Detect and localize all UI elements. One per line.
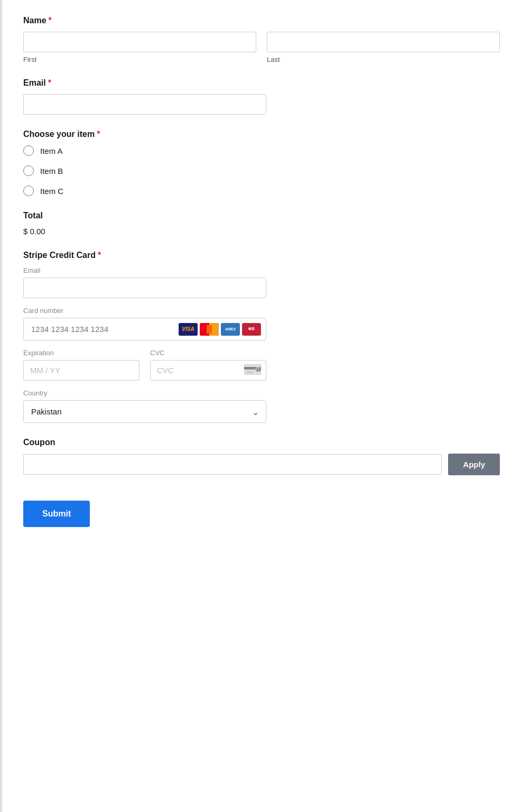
radio-label-c: Item C	[40, 187, 63, 196]
stripe-required: *	[98, 251, 101, 260]
email-label-text: Email	[23, 78, 46, 88]
country-wrapper: Pakistan United States United Kingdom In…	[23, 400, 266, 423]
card-number-wrapper: VISA AMEX 银联	[23, 318, 266, 340]
name-row: First Last	[23, 32, 500, 63]
stripe-email-label: Email	[23, 266, 500, 274]
cvc-card-icon: 119	[244, 364, 261, 377]
submit-button[interactable]: Submit	[23, 501, 90, 527]
radio-item-a[interactable]: Item A	[23, 145, 500, 156]
name-section: Name * First Last	[23, 16, 500, 63]
card-number-label: Card number	[23, 307, 500, 315]
email-section: Email *	[23, 78, 500, 115]
cvc-wrapper: 119	[150, 360, 266, 381]
name-required: *	[49, 16, 52, 25]
stripe-email-input[interactable]	[23, 278, 266, 298]
unionpay-icon: 银联	[242, 323, 261, 336]
expiry-label: Expiration	[23, 349, 139, 357]
last-name-input[interactable]	[267, 32, 500, 52]
first-name-input[interactable]	[23, 32, 256, 52]
country-group: Country Pakistan United States United Ki…	[23, 389, 500, 423]
radio-item-c[interactable]: Item C	[23, 186, 500, 196]
choose-item-required: *	[97, 130, 100, 139]
stripe-label: Stripe Credit Card *	[23, 251, 500, 260]
radio-group: Item A Item B Item C	[23, 145, 500, 196]
first-name-col: First	[23, 32, 256, 63]
choose-item-label-text: Choose your item	[23, 130, 95, 139]
expiry-cvc-row: Expiration CVC 119	[23, 349, 266, 381]
radio-input-c[interactable]	[23, 186, 34, 196]
total-amount: $ 0.00	[23, 227, 500, 236]
coupon-row: Apply	[23, 454, 500, 475]
coupon-section: Coupon Apply	[23, 438, 500, 475]
expiry-input[interactable]	[23, 360, 139, 381]
coupon-input[interactable]	[23, 454, 442, 475]
cvc-col: CVC 119	[150, 349, 266, 381]
first-sub-label: First	[23, 56, 256, 63]
coupon-label: Coupon	[23, 438, 500, 447]
country-select[interactable]: Pakistan United States United Kingdom In…	[23, 400, 266, 423]
cvc-label: CVC	[150, 349, 266, 357]
visa-icon: VISA	[179, 323, 198, 336]
mastercard-icon	[200, 323, 219, 336]
choose-item-section: Choose your item * Item A Item B Item C	[23, 130, 500, 196]
stripe-section: Stripe Credit Card * Email Card number V…	[23, 251, 500, 423]
stripe-label-text: Stripe Credit Card	[23, 251, 96, 260]
stripe-email-group: Email	[23, 266, 500, 298]
last-name-col: Last	[267, 32, 500, 63]
submit-section: Submit	[23, 490, 500, 527]
name-label: Name *	[23, 16, 500, 25]
total-label: Total	[23, 211, 500, 220]
radio-label-a: Item A	[40, 146, 63, 155]
radio-input-b[interactable]	[23, 165, 34, 176]
amex-icon: AMEX	[221, 323, 240, 336]
email-required: *	[48, 78, 51, 88]
name-label-text: Name	[23, 16, 46, 25]
last-sub-label: Last	[267, 56, 500, 63]
email-label: Email *	[23, 78, 500, 88]
radio-input-a[interactable]	[23, 145, 34, 156]
card-icons: VISA AMEX 银联	[179, 323, 261, 336]
radio-item-b[interactable]: Item B	[23, 165, 500, 176]
email-input[interactable]	[23, 94, 266, 115]
svg-text:119: 119	[256, 368, 261, 372]
svg-rect-2	[246, 371, 254, 373]
page-container: Name * First Last Email * Choose your it…	[0, 0, 521, 812]
expiry-cvc-group: Expiration CVC 119	[23, 349, 500, 381]
expiry-col: Expiration	[23, 349, 139, 381]
apply-button[interactable]: Apply	[448, 454, 500, 475]
choose-item-label: Choose your item *	[23, 130, 500, 139]
total-section: Total $ 0.00	[23, 211, 500, 236]
card-number-group: Card number VISA AMEX 银联	[23, 307, 500, 340]
radio-label-b: Item B	[40, 167, 63, 176]
country-label: Country	[23, 389, 500, 397]
